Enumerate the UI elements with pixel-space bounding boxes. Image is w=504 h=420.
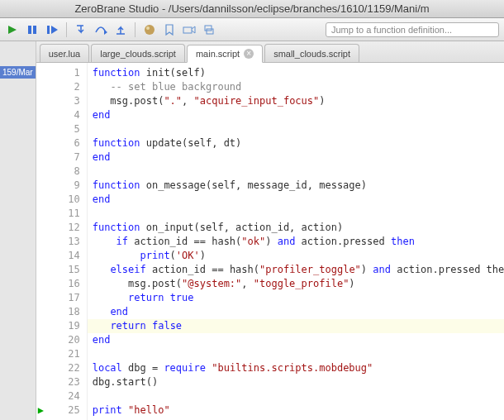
code-line[interactable]: end	[88, 193, 504, 207]
code-line[interactable]: return false	[88, 319, 504, 333]
line-number: 6	[48, 136, 80, 150]
jump-placeholder: Jump to a function definition...	[331, 25, 452, 35]
line-number: 7	[48, 150, 80, 165]
code-line[interactable]: end	[88, 108, 504, 122]
line-number: 25	[48, 403, 80, 418]
line-number: 10	[48, 193, 80, 207]
svg-marker-5	[104, 30, 107, 35]
code-line[interactable]: if action_id == hash("ok") and action.pr…	[88, 235, 504, 249]
breakpoint-button[interactable]	[142, 22, 157, 37]
line-number: 12	[48, 221, 80, 235]
step-into-button[interactable]	[74, 22, 88, 37]
toolbar-separator	[66, 22, 67, 37]
line-number: 18	[48, 305, 80, 319]
step-over-button[interactable]	[93, 22, 108, 37]
pause-button[interactable]	[25, 22, 40, 37]
svg-marker-0	[8, 26, 17, 34]
svg-rect-3	[47, 26, 50, 34]
tab-main-script[interactable]: main.script ×	[187, 45, 263, 63]
line-number: 20	[48, 333, 80, 347]
svg-rect-2	[33, 26, 36, 34]
window-titlebar: ZeroBrane Studio - /Users/dannilsson/ecl…	[0, 0, 504, 18]
code-line[interactable]: end	[88, 333, 504, 347]
code-line[interactable]	[88, 389, 504, 403]
tab-user-lua[interactable]: user.lua	[40, 44, 90, 62]
line-number: 15	[48, 263, 80, 277]
svg-rect-1	[28, 26, 31, 34]
svg-rect-8	[183, 27, 192, 33]
line-number: 17	[48, 291, 80, 305]
line-number: 23	[48, 375, 80, 389]
code-line[interactable]	[88, 165, 504, 179]
marker-gutter: ▶	[36, 63, 48, 420]
code-line[interactable]: function on_input(self, action_id, actio…	[88, 221, 504, 235]
line-number: 2	[48, 80, 80, 94]
step-out-button[interactable]	[113, 22, 128, 37]
code-content[interactable]: function init(self) -- set blue backgrou…	[88, 63, 504, 420]
tab-small-clouds[interactable]: small_clouds.script	[264, 44, 359, 62]
code-line[interactable]: print('OK')	[88, 249, 504, 263]
code-line[interactable]: dbg.start()	[88, 375, 504, 389]
window-title: ZeroBrane Studio - /Users/dannilsson/ecl…	[74, 2, 429, 15]
code-line[interactable]: return true	[88, 291, 504, 305]
svg-rect-9	[205, 26, 212, 31]
line-number: 9	[48, 179, 80, 193]
code-line[interactable]: function init(self)	[88, 66, 504, 80]
line-number: 16	[48, 277, 80, 291]
bookmark-button[interactable]	[162, 22, 177, 37]
line-number: 1	[48, 66, 80, 80]
close-icon[interactable]: ×	[244, 49, 254, 59]
line-number: 11	[48, 207, 80, 221]
svg-marker-4	[51, 26, 58, 34]
line-number: 21	[48, 347, 80, 361]
code-line[interactable]	[88, 207, 504, 221]
line-number-gutter: 1234567891011121314151617181920212223242…	[48, 63, 88, 420]
stack-button[interactable]	[202, 22, 216, 37]
code-line[interactable]: msg.post("@system:", "toggle_profile")	[88, 277, 504, 291]
line-number: 5	[48, 122, 80, 136]
code-line[interactable]: local dbg = require "builtins.scripts.mo…	[88, 361, 504, 375]
code-line[interactable]	[88, 347, 504, 361]
run-button[interactable]	[5, 22, 20, 37]
code-line[interactable]: end	[88, 305, 504, 319]
code-line[interactable]: function update(self, dt)	[88, 136, 504, 150]
line-number: 14	[48, 249, 80, 263]
line-number: 3	[48, 94, 80, 108]
code-line[interactable]: end	[88, 150, 504, 165]
svg-rect-10	[207, 29, 213, 34]
svg-point-7	[146, 26, 150, 30]
current-line-marker-icon: ▶	[36, 403, 48, 418]
line-number: 24	[48, 389, 80, 403]
toolbar: Jump to a function definition...	[0, 18, 504, 41]
svg-point-6	[145, 25, 155, 35]
code-line[interactable]: elseif action_id == hash("profiler_toggl…	[88, 263, 504, 277]
jump-to-function-input[interactable]: Jump to a function definition...	[326, 22, 499, 37]
code-line[interactable]: print "hello"	[88, 403, 504, 418]
line-number: 19	[48, 319, 80, 333]
step-button[interactable]	[45, 22, 59, 37]
project-sidebar[interactable]: 159/Mar	[0, 41, 36, 420]
code-editor[interactable]: ▶ 12345678910111213141516171819202122232…	[36, 63, 504, 420]
line-number: 22	[48, 361, 80, 375]
code-line[interactable]: -- set blue background	[88, 80, 504, 94]
code-line[interactable]: msg.post(".", "acquire_input_focus")	[88, 94, 504, 108]
line-number: 13	[48, 235, 80, 249]
code-line[interactable]	[88, 122, 504, 136]
toolbar-separator	[135, 22, 136, 37]
line-number: 8	[48, 165, 80, 179]
code-line[interactable]: function on_message(self, message_id, me…	[88, 179, 504, 193]
line-number: 4	[48, 108, 80, 122]
watch-button[interactable]	[182, 22, 197, 37]
tab-large-clouds[interactable]: large_clouds.script	[91, 44, 185, 62]
sidebar-item[interactable]: 159/Mar	[0, 66, 36, 79]
editor-tabs: user.lua large_clouds.script main.script…	[36, 41, 504, 63]
